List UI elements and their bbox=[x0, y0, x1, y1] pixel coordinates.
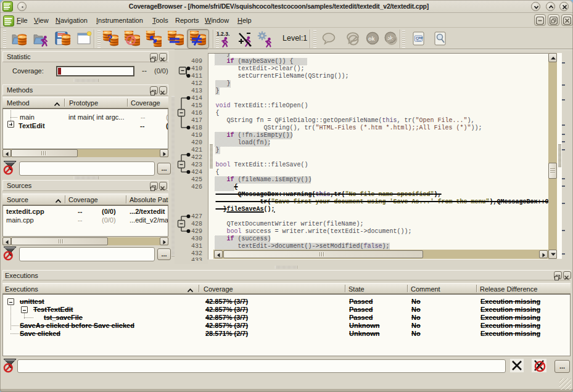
svg-text:1.2.3.: 1.2.3. bbox=[216, 31, 229, 37]
svg-text:?: ? bbox=[107, 33, 113, 44]
svg-text:ok: ok bbox=[368, 36, 375, 42]
svg-text:C++: C++ bbox=[417, 39, 421, 42]
